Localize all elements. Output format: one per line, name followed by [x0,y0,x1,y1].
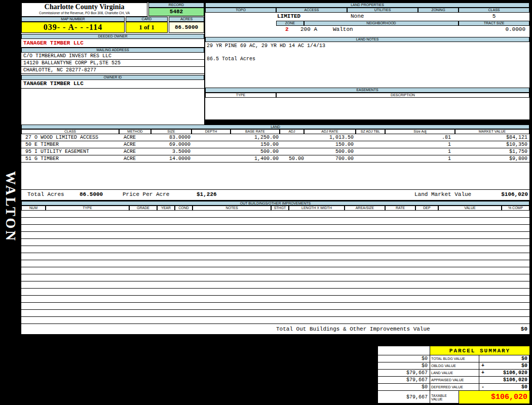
total-acres-value: 86.5000 [80,191,103,197]
prior-value: $0 [377,355,430,362]
outbuildings-title: OUT BUILDINGS/OTHER IMPROVEMENTS [21,201,529,206]
col-class: CLASS [459,8,529,13]
outbuilding-empty-row [21,218,529,225]
mailing-address-line: 14120 BALLANTYNE CORP PL,STE 525 [21,60,204,67]
outbuildings-section: OUT BUILDINGS/OTHER IMPROVEMENTS NUM TYP… [21,201,529,334]
summary-label: OBLDG VALUE [430,362,479,369]
county-subtitle: Commissioner of the Revenue, PO Box 308,… [22,11,147,15]
land-method: ACRE [119,141,151,148]
land-sz-adj-tbl [356,134,385,141]
land-size-adj: .81 [385,134,455,141]
land-section: LAND CLASS METHOD SIZE DEPTH BASE RATE A… [21,125,529,200]
parcel-summary-row: $79,667 APPRAISED VALUE $106,020 [377,376,529,383]
land-market-value-label: Land Market Value [414,191,471,197]
land-adj-rate: 1,013.50 [304,134,356,141]
summary-operator: + [481,370,484,376]
land-adj [280,134,304,141]
record-value: 5482 [148,8,204,16]
land-adj [280,148,304,155]
summary-value: $0 [521,356,527,361]
land-size-adj: 1 [385,148,455,155]
summary-label: LAND VALUE [430,369,479,376]
land-sz-adj-tbl [356,141,385,148]
outbuilding-empty-row [21,246,529,253]
land-size-adj: 1 [385,141,455,148]
parcel-summary-title: PARCEL SUMMARY [430,346,529,355]
land-size: 69.0000 [151,141,192,148]
outbuildings-total-value: $0 [521,326,527,332]
record-label: RECORD [148,3,204,8]
access-value: LIMITED [277,13,300,19]
land-market-value: $10,350 [455,141,529,148]
outbuilding-empty-row [21,317,529,324]
land-col-adj-rate: ADJ RATE [304,129,356,134]
card-label: CARD [126,17,168,22]
outbuilding-empty-row [21,239,529,246]
ob-col-sthgt: STHGT [271,206,289,211]
land-col-method: METHOD [119,129,151,134]
land-size: 83.0000 [151,134,192,141]
outbuilding-empty-row [21,211,529,218]
land-class: 51 G TIMBER [21,155,119,162]
owner-panel: Charlotte County Virginia Commissioner o… [21,3,204,125]
col-zoning: ZONING [418,8,459,13]
outbuildings-total-label: Total Out Buildings & Other Improvements… [276,326,430,332]
col-utilities: UTILITIES [347,8,418,13]
prior-value: $79,667 [377,390,430,403]
col-topo: TOPO [205,8,276,13]
land-properties-panel: LAND PROPERTIES TOPO ACCESS UTILITIES ZO… [205,3,529,119]
ob-col-grade: GRADE [129,206,157,211]
map-number-label: MAP NUMBER [21,17,125,22]
outbuilding-empty-row [21,267,529,274]
land-adj-rate: 500.00 [304,148,356,155]
summary-value: $0 [521,384,527,390]
owner-id-value: TANAGER TIMBER LLC [21,80,204,89]
outbuildings-column-headers: NUM TYPE GRADE YEAR COND NOTES STHGT LEN… [21,206,529,211]
land-col-size: SIZE [151,129,192,134]
outbuilding-empty-row [21,232,529,239]
land-method: ACRE [119,148,151,155]
summary-operator: + [481,363,484,369]
land-table-row: 50 E TIMBER ACRE 69.0000 150.00 150.00 1… [21,141,529,148]
summary-label: TAXABLE VALUE [430,390,459,403]
land-sz-adj-tbl [356,148,385,155]
easements-title: EASEMENTS [205,88,529,93]
land-depth [192,134,231,141]
easement-description-label: DESCRIPTION [276,93,529,98]
parcel-summary-header-row: PARCEL SUMMARY [377,346,529,355]
summary-label: APPRAISED VALUE [430,376,479,383]
outbuilding-empty-row [21,289,529,296]
owner-id-label: OWNER ID [21,75,204,80]
zone-label: ZONE [276,21,304,26]
land-size: 3.5000 [151,148,192,155]
land-base-rate: 1,400.00 [231,155,280,162]
land-depth [192,155,231,162]
land-base-rate: 150.00 [231,141,280,148]
parcel-summary-taxable-row: $79,667 TAXABLE VALUE $106,020 [377,390,529,403]
prior-value: $0 [377,362,430,369]
land-method: ACRE [119,155,151,162]
ob-col-length-width: LENGTH X WIDTH [289,206,345,211]
summary-value: $106,020 [503,370,527,376]
land-totals-row: Total Acres 86.5000 Price Per Acre $1,22… [21,189,529,199]
land-sz-adj-tbl [356,155,385,162]
outbuilding-empty-row [21,253,529,260]
outbuilding-empty-row [21,303,529,310]
tract-size-value: 0.0000 [459,26,525,32]
price-per-acre-label: Price Per Acre [123,191,169,197]
mailing-address-label: MAILING ADDRESS [21,48,204,53]
parcel-summary-row: $0 OBLDG VALUE +$0 [377,362,529,369]
neighborhood-label: NEIGHBORHOOD [304,21,459,26]
land-adj-rate: 700.00 [304,155,356,162]
neighborhood-vertical-label: WALTON [2,171,19,232]
land-properties-title: LAND PROPERTIES [205,3,529,8]
ob-col-type: TYPE [46,206,129,211]
deeded-owner-label: DEEDED OWNER [21,34,204,39]
land-adj-rate: 150.00 [304,141,356,148]
easements-columns: TYPE DESCRIPTION [205,93,529,98]
parcel-summary-header-spacer [377,346,430,355]
land-col-adj: ADJ [280,129,304,134]
summary-operator: - [481,384,484,390]
land-base-rate: 500.00 [231,148,280,155]
prior-value: $79,667 [377,376,430,383]
